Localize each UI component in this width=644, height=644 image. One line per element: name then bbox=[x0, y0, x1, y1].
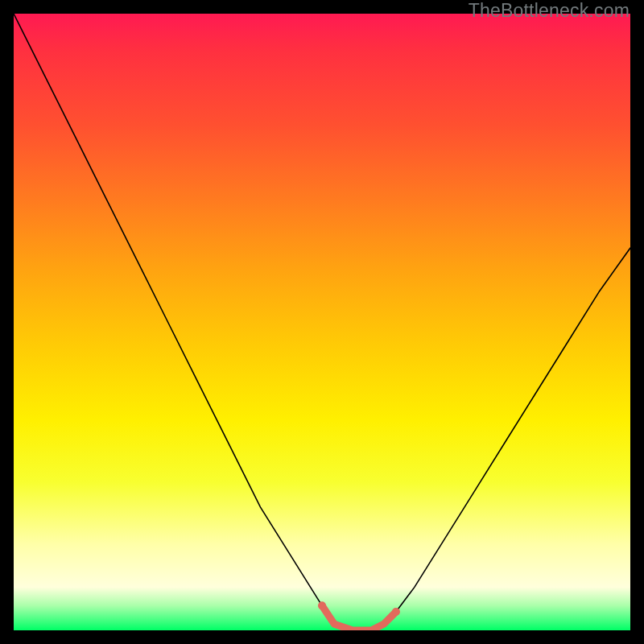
watermark-text: TheBottleneck.com bbox=[469, 0, 630, 22]
highlight-end-dot bbox=[392, 608, 400, 616]
chart-frame: TheBottleneck.com bbox=[0, 0, 644, 644]
highlight-segment-path bbox=[322, 605, 396, 630]
plot-area bbox=[14, 14, 630, 630]
curve-svg bbox=[14, 14, 630, 630]
highlight-start-dot bbox=[318, 601, 326, 609]
bottleneck-curve-path bbox=[14, 14, 630, 630]
